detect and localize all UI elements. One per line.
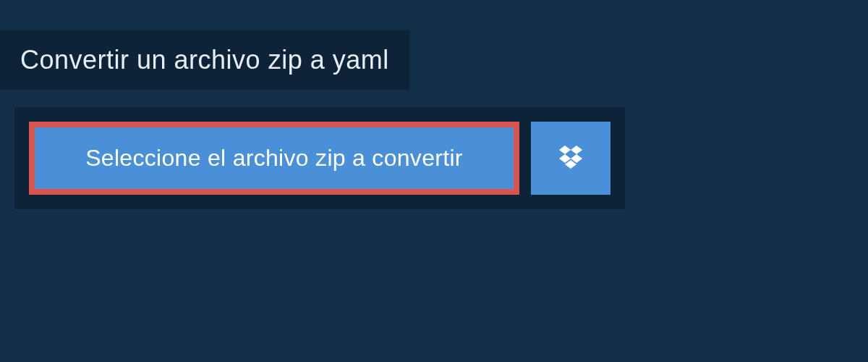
svg-marker-0 bbox=[559, 146, 571, 154]
select-file-label: Seleccione el archivo zip a convertir bbox=[85, 145, 463, 172]
svg-marker-1 bbox=[571, 146, 582, 154]
page-header: Convertir un archivo zip a yaml bbox=[0, 30, 409, 90]
page-title: Convertir un archivo zip a yaml bbox=[20, 45, 389, 75]
dropbox-button[interactable] bbox=[531, 122, 610, 195]
file-select-panel: Seleccione el archivo zip a convertir bbox=[14, 107, 625, 209]
select-file-button[interactable]: Seleccione el archivo zip a convertir bbox=[29, 122, 519, 195]
dropbox-icon bbox=[556, 143, 585, 174]
